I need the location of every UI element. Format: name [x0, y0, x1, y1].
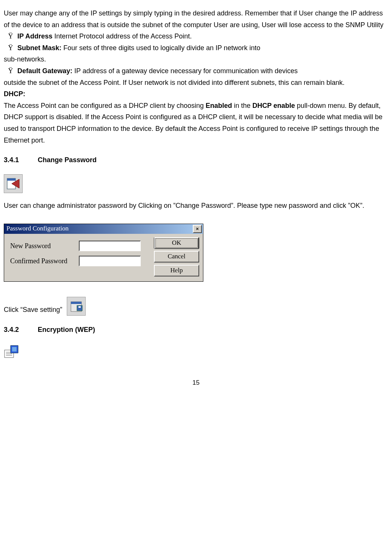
bullet-dot: Ÿ — [4, 42, 17, 54]
save-setting-text: Click “Save setting” — [4, 304, 62, 316]
ok-button[interactable]: OK — [154, 238, 199, 249]
ip-label: IP Address — [17, 32, 52, 40]
subnet-cont: sub-networks. — [4, 54, 388, 65]
gateway-label: Default Gateway: — [17, 67, 72, 75]
dialog-titlebar: Password Configuration × — [4, 224, 203, 234]
close-icon: × — [196, 226, 199, 231]
svg-marker-11 — [12, 347, 17, 352]
close-button[interactable]: × — [193, 225, 202, 233]
confirm-password-input[interactable] — [79, 256, 141, 266]
subnet-text: Four sets of three digits used to logica… — [61, 44, 260, 52]
dialog-title: Password Configuration — [6, 223, 69, 234]
gateway-cont: outside the subnet of the Access Point. … — [4, 77, 388, 89]
bullet-gateway: Ÿ Default Gateway: IP address of a gatew… — [4, 65, 388, 77]
save-setting-icon — [67, 297, 86, 316]
heading-342: 3.4.2Encryption (WEP) — [4, 324, 388, 336]
s341-desc: User can change administrator password b… — [4, 200, 388, 212]
heading-341: 3.4.1Change Password — [4, 154, 388, 166]
svg-rect-5 — [78, 306, 81, 308]
encryption-icon — [4, 344, 19, 359]
dhcp-heading: DHCP: — [4, 88, 388, 100]
page-content: User may change any of the IP settings b… — [4, 8, 388, 388]
page-number: 15 — [4, 378, 388, 388]
help-button[interactable]: Help — [154, 265, 199, 276]
cancel-button[interactable]: Cancel — [154, 251, 199, 262]
new-password-label: New Password — [10, 240, 79, 252]
intro-text: User may change any of the IP settings b… — [4, 8, 388, 31]
confirm-password-label: Confirmed Password — [10, 255, 79, 267]
password-dialog: Password Configuration × New Password Co… — [4, 224, 203, 282]
bullet-dot: Ÿ — [4, 65, 17, 77]
svg-rect-1 — [7, 178, 15, 181]
dhcp-paragraph: The Access Point can be configured as a … — [4, 100, 388, 146]
bullet-dot: Ÿ — [4, 31, 17, 42]
bullet-ip: Ÿ IP Address Internet Protocol address o… — [4, 31, 388, 42]
gateway-text: IP address of a gateway device necessary… — [72, 67, 298, 75]
new-password-input[interactable] — [79, 241, 141, 251]
svg-rect-3 — [71, 302, 81, 304]
subnet-label: Subnet Mask: — [17, 44, 61, 52]
ip-text: Internet Protocol address of the Access … — [52, 32, 192, 40]
change-password-icon — [4, 174, 23, 193]
save-setting-row: Click “Save setting” — [4, 297, 388, 316]
bullet-subnet: Ÿ Subnet Mask: Four sets of three digits… — [4, 42, 388, 54]
